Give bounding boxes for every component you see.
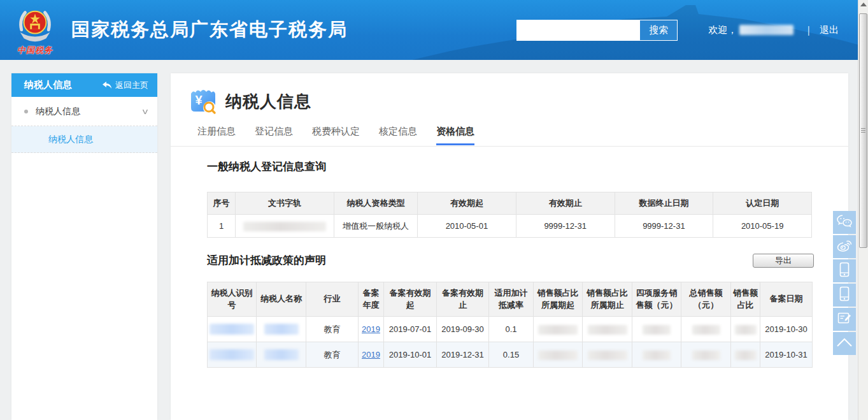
table-cell <box>257 317 306 342</box>
column-header: 销售额占比所属期起 <box>534 282 583 317</box>
table-cell: 教育 <box>306 342 359 368</box>
taxpayer-info-icon: ¥ <box>189 87 218 115</box>
weibo-icon <box>837 238 852 255</box>
table-cell <box>583 342 632 368</box>
back-to-top-icon <box>836 337 853 350</box>
tab-bar: 注册信息登记信息税费种认定核定信息资格信息 <box>171 126 848 145</box>
table-cell: 1 <box>208 215 236 238</box>
national-emblem-icon <box>15 5 55 45</box>
wechat-button[interactable] <box>833 211 856 234</box>
wechat-icon <box>837 214 852 231</box>
search-button[interactable]: 搜索 <box>639 20 678 41</box>
bullet-icon <box>24 110 28 113</box>
weibo-button[interactable] <box>833 235 856 258</box>
scrollbar-grip-icon <box>861 128 865 133</box>
table-cell: 0.1 <box>489 317 534 342</box>
back-to-top-button[interactable] <box>833 332 856 355</box>
table-cell: 2019-12-31 <box>437 342 489 368</box>
separator: ｜ <box>804 24 813 36</box>
redacted-value <box>243 222 326 231</box>
search-input[interactable] <box>516 20 639 41</box>
column-header: 认定日期 <box>713 192 812 215</box>
table-cell: 2019 <box>359 317 384 342</box>
tab-登记信息[interactable]: 登记信息 <box>255 126 293 145</box>
redacted-value <box>264 349 299 360</box>
redacted-value <box>692 325 720 335</box>
column-header: 销售额占比所属期止 <box>583 282 632 317</box>
sidebar-subitem-taxpayer-info[interactable]: 纳税人信息 <box>11 126 157 153</box>
table-cell <box>632 317 681 342</box>
mobile-icon <box>838 262 851 280</box>
tab-注册信息[interactable]: 注册信息 <box>197 126 236 145</box>
column-header: 行业 <box>306 282 359 317</box>
table-cell: 2010-05-01 <box>418 215 516 238</box>
app-header: 中国税务 国家税务总局广东省电子税务局 搜索 欢迎， ｜ 退出 <box>0 0 858 60</box>
general-taxpayer-table: 序号文书字轨纳税人资格类型有效期起有效期止数据终止日期认定日期 1增值税一般纳税… <box>207 192 812 238</box>
sidebar-title: 纳税人信息 <box>24 79 72 91</box>
column-header: 纳税人资格类型 <box>334 192 418 215</box>
floating-toolbar <box>833 211 856 356</box>
redacted-value <box>643 351 671 360</box>
table-cell: 教育 <box>306 317 359 342</box>
column-header: 备案有效期止 <box>437 282 489 317</box>
back-arrow-icon <box>103 82 112 89</box>
table-cell: 2010-05-19 <box>713 215 812 238</box>
sidebar-item-label: 纳税人信息 <box>36 106 80 117</box>
table-cell: 2019-07-01 <box>384 317 437 342</box>
back-home-label: 返回主页 <box>115 80 148 91</box>
table-cell <box>731 317 760 342</box>
column-header: 总销售额（元） <box>681 282 731 317</box>
scrollbar-up-arrow-icon[interactable] <box>860 3 867 6</box>
table-cell <box>534 342 583 368</box>
table-cell: 9999-12-31 <box>615 215 713 238</box>
table-cell <box>534 317 583 342</box>
site-title: 国家税务总局广东省电子税务局 <box>71 17 348 43</box>
survey-button[interactable] <box>833 308 856 331</box>
tax-bureau-logo: 中国税务 <box>8 4 62 56</box>
column-header: 适用加计抵减率 <box>489 282 534 317</box>
window-scrollbar[interactable] <box>858 0 868 420</box>
logout-link[interactable]: 退出 <box>820 24 839 36</box>
table-row: 1增值税一般纳税人2010-05-019999-12-319999-12-312… <box>208 215 812 238</box>
tablet-icon <box>838 286 851 304</box>
redacted-value <box>735 325 757 335</box>
column-header: 备案年度 <box>359 282 384 317</box>
table-cell <box>583 317 632 342</box>
redacted-value <box>538 325 578 335</box>
sidebar: 纳税人信息 返回主页 纳税人信息 v 纳税人信息 <box>11 73 157 420</box>
redacted-value <box>735 351 757 360</box>
sidebar-item-taxpayer-info[interactable]: 纳税人信息 v <box>11 97 157 126</box>
logo-caption: 中国税务 <box>8 45 62 56</box>
main-panel: ¥ 纳税人信息 注册信息登记信息税费种认定核定信息资格信息 一般纳税人登记信息查… <box>171 73 848 420</box>
column-header: 纳税人识别号 <box>208 282 257 317</box>
redacted-value <box>588 325 627 335</box>
welcome-text: 欢迎， <box>708 24 737 36</box>
table-cell: 2019-10-31 <box>760 342 813 368</box>
export-button[interactable]: 导出 <box>753 254 814 268</box>
table-cell <box>681 317 731 342</box>
column-header: 有效期起 <box>418 192 516 215</box>
redacted-value <box>588 351 627 360</box>
username-redacted <box>739 25 793 35</box>
table-header-row: 序号文书字轨纳税人资格类型有效期起有效期止数据终止日期认定日期 <box>208 192 812 215</box>
back-home-button[interactable]: 返回主页 <box>103 80 148 91</box>
mobile-button[interactable] <box>833 259 856 282</box>
year-link[interactable]: 2019 <box>362 324 380 334</box>
welcome-area: 欢迎， ｜ 退出 <box>708 24 839 36</box>
svg-text:¥: ¥ <box>195 93 203 107</box>
tab-核定信息[interactable]: 核定信息 <box>379 126 417 145</box>
sidebar-header: 纳税人信息 返回主页 <box>11 73 157 97</box>
table-cell <box>236 215 334 238</box>
tablet-button[interactable] <box>833 284 856 307</box>
table-cell: 增值税一般纳税人 <box>334 215 418 238</box>
tab-资格信息[interactable]: 资格信息 <box>436 126 474 145</box>
scrollbar-thumb[interactable] <box>859 13 867 248</box>
table-cell <box>208 317 257 342</box>
year-link[interactable]: 2019 <box>362 350 380 359</box>
column-header: 有效期止 <box>516 192 615 215</box>
tab-税费种认定[interactable]: 税费种认定 <box>312 126 360 145</box>
column-header: 纳税人名称 <box>257 282 306 317</box>
table-cell <box>632 342 681 368</box>
page-title: 纳税人信息 <box>225 91 311 113</box>
section-title-general-taxpayer: 一般纳税人登记信息查询 <box>207 159 814 174</box>
